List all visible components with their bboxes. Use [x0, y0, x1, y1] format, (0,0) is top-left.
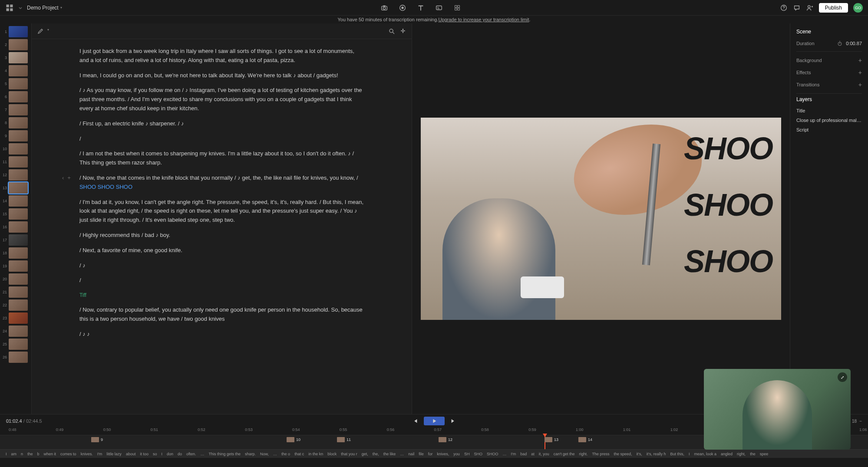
scene-thumbnail[interactable]: 6	[1, 91, 30, 102]
timeline-word[interactable]: don	[165, 451, 175, 457]
timeline-word[interactable]: nail	[407, 451, 416, 457]
search-icon[interactable]	[388, 28, 395, 35]
transcript-paragraph[interactable]: / First up, an electric knife ♪ sharpene…	[79, 119, 364, 128]
timeline-word[interactable]: Now,	[259, 451, 270, 457]
add-user-icon[interactable]	[806, 4, 814, 12]
add-icon[interactable]: +	[67, 174, 71, 183]
timeline-word[interactable]: This thing gets the	[208, 451, 242, 457]
timeline-word[interactable]: sharp.	[244, 451, 257, 457]
timeline-word[interactable]: that you r	[340, 451, 359, 457]
scene-thumbnail[interactable]: 12	[1, 169, 30, 181]
timeline-word[interactable]: the	[749, 451, 757, 457]
scene-thumbnail[interactable]: 14	[1, 195, 30, 207]
timeline-word[interactable]: knives,	[436, 451, 450, 457]
project-title-dropdown[interactable]: Demo Project ▾	[27, 5, 62, 11]
timeline-word[interactable]: The press	[591, 451, 611, 457]
plus-icon[interactable]: +	[858, 81, 862, 88]
chevron-down-icon[interactable]: ▾	[47, 28, 49, 35]
comment-icon[interactable]	[793, 4, 801, 12]
timeline-word[interactable]: about	[125, 451, 137, 457]
clip-marker[interactable]: 12	[439, 437, 452, 442]
timeline-word[interactable]: in the kn	[307, 451, 324, 457]
clip-marker[interactable]: 10	[287, 437, 300, 442]
scene-thumbnail[interactable]: 25	[1, 339, 30, 350]
collapse-icon[interactable]: ‹	[62, 174, 64, 183]
scene-thumbnail[interactable]: 11	[1, 156, 30, 168]
timeline-word[interactable]: …	[272, 451, 278, 457]
timeline-word[interactable]: it's,	[635, 451, 644, 457]
timeline-word[interactable]: get,	[360, 451, 370, 457]
props-row-effects[interactable]: Effects+	[796, 66, 862, 79]
sparkle-icon[interactable]	[399, 28, 406, 35]
timeline-word[interactable]: SHO	[472, 451, 484, 457]
clip-marker[interactable]: 14	[578, 437, 592, 442]
transcript-paragraph[interactable]: I mean, I could go on and on, but, we're…	[79, 71, 364, 80]
scene-thumbnail[interactable]: 9	[1, 130, 30, 141]
scene-thumbnail[interactable]: 26	[1, 352, 30, 363]
layer-item[interactable]: Close up of professional male ...	[796, 115, 862, 125]
scene-thumbnail[interactable]: 20	[1, 273, 30, 285]
help-icon[interactable]	[780, 4, 788, 12]
transcript-paragraph[interactable]: ‹+ / Now, the one that comes in the knif…	[79, 174, 364, 192]
timeline-word[interactable]: it too	[139, 451, 150, 457]
highlighted-text[interactable]: SHOO SHOO SHOO	[79, 184, 132, 190]
timeline-word[interactable]: so	[152, 451, 158, 457]
transcript-paragraph[interactable]: / I'm bad at it, you know, I can't get t…	[79, 198, 364, 225]
transcript-paragraph[interactable]: / ♪	[79, 261, 364, 270]
transcript-paragraph[interactable]: / ♪ As you may know, if you follow me on…	[79, 86, 364, 113]
dropdown-chevron-icon[interactable]	[18, 3, 23, 12]
timeline-word[interactable]: file	[417, 451, 425, 457]
speaker-label[interactable]: Tiff	[79, 291, 364, 299]
scene-thumbnail[interactable]: 10	[1, 143, 30, 155]
timeline-word[interactable]: I	[160, 451, 164, 457]
timeline-word[interactable]: little lazy	[105, 451, 123, 457]
timeline-word[interactable]: …	[399, 451, 405, 457]
timeline-word[interactable]: the like	[382, 451, 397, 457]
clip-marker[interactable]: 11	[337, 437, 351, 442]
timeline-word[interactable]: when it	[43, 451, 58, 457]
timeline-word[interactable]: the speed,	[613, 451, 634, 457]
timeline-word[interactable]: am	[10, 451, 18, 457]
scene-thumbnail[interactable]: 13	[1, 182, 30, 194]
captions-icon[interactable]	[435, 4, 443, 12]
avatar[interactable]: GO	[853, 3, 863, 13]
timeline-word[interactable]: often.	[185, 451, 198, 457]
scene-thumbnail[interactable]: 19	[1, 260, 30, 272]
timeline-word[interactable]: mean, look a	[693, 451, 718, 457]
text-icon[interactable]	[417, 4, 425, 12]
transcript-paragraph[interactable]: /	[79, 135, 364, 144]
grid-icon[interactable]	[453, 4, 461, 12]
timeline-word[interactable]: But this,	[669, 451, 686, 457]
timeline-word[interactable]: SHOO	[485, 451, 500, 457]
transcript-paragraph[interactable]: / Next, a favorite of mine, one good kni…	[79, 246, 364, 255]
scene-thumbnail[interactable]: 3	[1, 52, 30, 63]
timeline-text-track[interactable]: Iamnthebwhen itcomes toknives.I'mlittle …	[0, 449, 868, 458]
scene-thumbnail[interactable]: 2	[1, 39, 30, 50]
scene-thumbnail[interactable]: 5	[1, 78, 30, 89]
layer-item[interactable]: Script	[796, 125, 862, 135]
camera-icon[interactable]	[380, 4, 388, 12]
timeline-word[interactable]: b	[36, 451, 41, 457]
props-row-background[interactable]: Background+	[796, 54, 862, 66]
timeline-word[interactable]: right,	[736, 451, 747, 457]
publish-button[interactable]: Publish	[819, 3, 848, 13]
scene-thumbnail[interactable]: 21	[1, 286, 30, 298]
video-frame[interactable]: SHOO SHOO SHOO	[421, 118, 781, 320]
skip-back-button[interactable]	[410, 417, 420, 425]
timeline-word[interactable]: for	[427, 451, 434, 457]
zoom-reset-icon[interactable]: −	[859, 419, 862, 424]
timeline-word[interactable]: spee	[759, 451, 770, 457]
timeline-word[interactable]: comes to	[59, 451, 78, 457]
timeline-word[interactable]: SH	[463, 451, 471, 457]
timeline-word[interactable]: the o	[280, 451, 291, 457]
transcript-paragraph[interactable]: / I am not the best when it comes to sha…	[79, 149, 364, 168]
timeline-word[interactable]: I'm	[509, 451, 517, 457]
timeline-word[interactable]: right.	[578, 451, 589, 457]
timeline-word[interactable]: knives.	[79, 451, 94, 457]
stopwatch-icon[interactable]	[837, 41, 842, 46]
scene-thumbnail[interactable]: 4	[1, 65, 30, 76]
transcript-paragraph[interactable]: I just got back from a two week long tri…	[79, 47, 364, 65]
timeline-word[interactable]: the,	[371, 451, 380, 457]
timeline-word[interactable]: you	[452, 451, 461, 457]
upgrade-link[interactable]: Upgrade to increase your transcription l…	[438, 17, 529, 22]
